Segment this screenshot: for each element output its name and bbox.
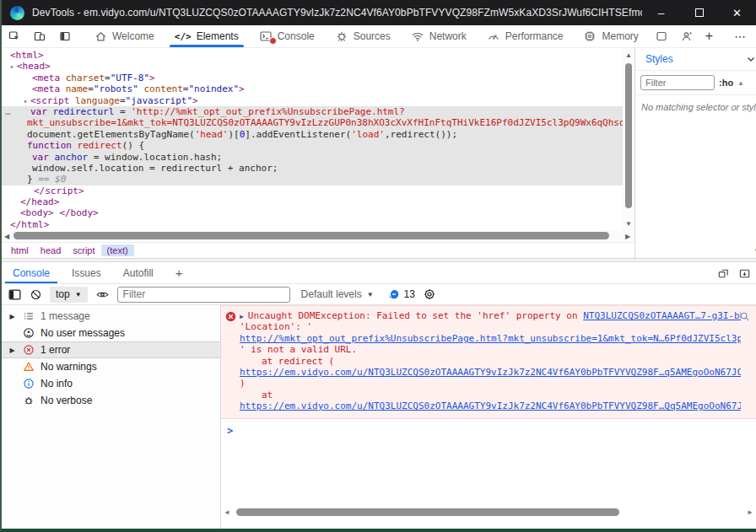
console-error-message[interactable]: ▶Uncaught DOMException: Failed to set th… [221, 305, 756, 419]
code-folding-ellipsis[interactable]: … [5, 106, 12, 117]
stack-link[interactable]: https://em.vidyo.com/u/NTQ3LUZCQS0zOTAAA… [240, 400, 741, 411]
dom-token: <body> [20, 207, 54, 218]
undock-icon[interactable] [717, 267, 730, 280]
dom-tree-line[interactable]: ▾<head> [2, 61, 623, 72]
dom-tree-line[interactable]: mkt_unsubscribe=1&mkt_tok=NTQ3LUZCQS0zOT… [2, 117, 623, 128]
styles-filter-input[interactable] [640, 75, 715, 90]
scroll-down-arrow[interactable]: ▼ [623, 218, 634, 228]
breadcrumb-item[interactable]: (text) [101, 245, 134, 256]
styles-empty-message: No matching selector or style [635, 95, 756, 112]
elements-panel: <html>▾<head><meta charset="UTF-8"><meta… [2, 48, 756, 258]
console-tabbar: Console Issues Autofill + [2, 262, 756, 284]
expand-arrow-icon[interactable]: ▶ [240, 313, 244, 320]
chevron-down-icon[interactable] [746, 54, 756, 64]
tab-sources[interactable]: Sources [325, 25, 401, 47]
dom-tree-line[interactable]: <body> </body> [2, 207, 623, 218]
expand-arrow-icon[interactable]: ▾ [20, 96, 30, 107]
stack-link[interactable]: https://em.vidyo.com/u/NTQ3LUZCQS0zOTAAA… [240, 367, 741, 378]
dom-tree-line[interactable]: <meta name="robots" content="noindex"> [2, 83, 623, 94]
inspect-element-button[interactable] [2, 25, 27, 47]
dom-tree-line[interactable]: } == $0 [2, 174, 623, 185]
console-filter-input[interactable] [117, 287, 290, 303]
console-horizontal-scrollbar[interactable]: ◀ ▶ [223, 507, 754, 518]
filter-label: No info [40, 378, 73, 390]
dom-tree-line[interactable]: ▾<script language="javascript"> [2, 95, 623, 106]
scroll-left-arrow[interactable]: ◀ [2, 230, 12, 242]
dom-tree-line[interactable]: var anchor = window.location.hash; [2, 152, 623, 163]
dom-tree-line[interactable]: </script> [2, 185, 623, 196]
scroll-up-arrow[interactable]: ▲ [623, 50, 634, 60]
dom-token: = [105, 73, 111, 83]
breadcrumb-item[interactable]: script [67, 245, 100, 256]
dom-tree-line[interactable]: </head> [2, 196, 623, 207]
breadcrumb-item[interactable]: html [5, 245, 35, 256]
tab-network[interactable]: Network [401, 25, 477, 47]
scroll-right-arrow[interactable]: ▶ [746, 507, 754, 518]
dom-tree-line[interactable]: <html> [2, 50, 623, 61]
tab-elements[interactable]: </> Elements [165, 25, 249, 47]
dom-tree-line[interactable]: document.getElementsByTagName('head')[0]… [2, 129, 623, 140]
console-filter-row-info[interactable]: No info [2, 375, 220, 392]
tab-styles[interactable]: Styles [645, 53, 673, 65]
add-drawer-tab-button[interactable]: + [165, 262, 194, 283]
log-levels-dropdown[interactable]: Default levels ▼ [301, 288, 374, 300]
more-options-button[interactable]: ⋯ [726, 25, 754, 47]
console-filter-row-bug[interactable]: No verbose [2, 392, 220, 409]
stack-link[interactable]: NTQ3LUZCQS0zOTAAAAGT…7-g3I-bhyHfi6pg0:10 [583, 310, 741, 321]
dom-tree-line[interactable]: <meta charset="UTF-8"> [2, 73, 623, 83]
expand-arrow-icon[interactable]: ▶ [8, 313, 16, 320]
bug-icon [22, 395, 35, 407]
styles-scroll-up-arrow[interactable]: ▲ [737, 79, 744, 87]
pseudo-state-toggle[interactable]: :ho [719, 78, 733, 88]
console-filter-row-error[interactable]: ▶1 error [2, 341, 220, 358]
dom-token [47, 106, 53, 117]
console-filter-row-warning[interactable]: No warnings [2, 358, 220, 375]
elements-horizontal-scrollbar[interactable]: ◀ ▶ [2, 230, 634, 242]
info-icon [22, 378, 35, 390]
search-source-icon[interactable] [739, 311, 750, 322]
device-emulation-button[interactable] [27, 25, 52, 47]
activity-bar-button[interactable] [52, 25, 78, 47]
expand-arrow-icon[interactable]: ▶ [8, 347, 16, 354]
scroll-right-arrow[interactable]: ▶ [623, 230, 633, 242]
scrollbar-thumb[interactable] [236, 508, 619, 516]
javascript-context-dropdown[interactable]: top ▼ [50, 287, 88, 303]
feedback-button[interactable] [674, 25, 699, 47]
tab-issues[interactable]: Issues [61, 262, 112, 283]
scroll-left-arrow[interactable]: ◀ [223, 507, 231, 518]
dom-tree-line[interactable]: …var redirecturl = 'http://%mkt_opt_out_… [2, 106, 623, 117]
close-button[interactable]: ✕ [718, 0, 756, 25]
console-sidebar-toggle-icon[interactable] [8, 287, 22, 302]
issues-count[interactable]: 13 [388, 288, 415, 300]
console-settings-gear-icon[interactable] [423, 287, 436, 301]
maximize-button[interactable] [680, 0, 718, 25]
dom-token: redirecturl [53, 106, 115, 117]
tab-performance[interactable]: Performance [477, 25, 574, 47]
dom-tree-line[interactable]: </html> [2, 219, 623, 230]
tab-console-drawer[interactable]: Console [2, 262, 61, 283]
scrollbar-thumb[interactable] [14, 232, 609, 239]
person-icon [680, 30, 694, 43]
minimize-button[interactable]: – [642, 0, 680, 25]
breadcrumb-item[interactable]: head [35, 245, 67, 256]
elements-vertical-scrollbar[interactable]: ▲ ▼ [623, 48, 634, 230]
error-stack-line: http://%mkt_opt_out_prefix%UnsubscribePa… [240, 333, 741, 344]
expand-arrow-icon[interactable]: ▾ [7, 62, 17, 73]
tab-welcome[interactable]: Welcome [84, 25, 165, 47]
tab-memory[interactable]: Memory [573, 25, 648, 47]
tab-autofill[interactable]: Autofill [112, 262, 165, 283]
clear-console-icon[interactable] [30, 288, 42, 301]
dom-tree-line[interactable]: function redirect() { [2, 140, 623, 151]
console-filter-row-list[interactable]: ▶1 message [2, 308, 220, 325]
tab-console[interactable]: Console [249, 25, 325, 47]
scrollbar-thumb[interactable] [625, 63, 632, 208]
stack-link[interactable]: http://%mkt_opt_out_prefix%UnsubscribePa… [240, 333, 741, 344]
console-prompt[interactable]: > [221, 419, 756, 437]
panel-layout-button[interactable] [649, 25, 674, 47]
live-expression-eye-icon[interactable] [95, 287, 110, 302]
add-tab-button[interactable]: + [699, 25, 719, 47]
expand-quickview-icon[interactable] [738, 267, 751, 280]
dom-token [49, 152, 55, 163]
console-filter-row-user[interactable]: No user messages [2, 325, 220, 341]
dom-tree-line[interactable]: window.self.location = redirecturl + anc… [2, 163, 623, 174]
